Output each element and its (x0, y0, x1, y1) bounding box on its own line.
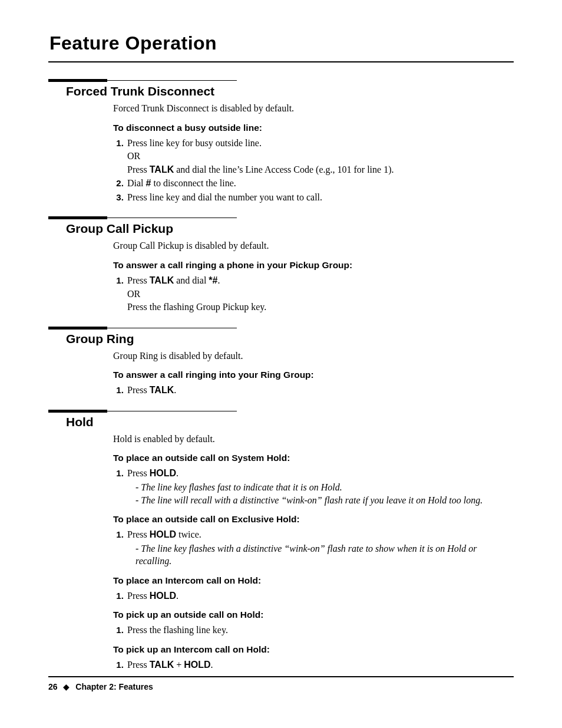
section-body: Group Ring is disabled by default.To ans… (113, 350, 514, 397)
step-item: Press HOLD.The line key flashes fast to … (126, 467, 514, 506)
section: HoldHold is enabled by default.To place … (48, 410, 514, 671)
note-item: The line key flashes fast to indicate th… (135, 481, 514, 494)
document-page: Feature Operation Forced Trunk Disconnec… (0, 0, 562, 728)
section: Forced Trunk DisconnectForced Trunk Disc… (48, 79, 514, 203)
notes-list: The line key flashes fast to indicate th… (127, 481, 514, 506)
sub-heading: To pick up an Intercom call on Hold: (113, 644, 514, 656)
title-rule (48, 61, 514, 62)
section-heading: Group Ring (66, 332, 514, 346)
sub-heading: To answer a call ringing into your Ring … (113, 369, 514, 381)
sub-heading: To place an Intercom call on Hold: (113, 575, 514, 587)
sub-heading: To pick up an outside call on Hold: (113, 609, 514, 621)
steps-list: Press the flashing line key. (113, 624, 514, 637)
sub-heading: To disconnect a busy outside line: (113, 122, 514, 134)
section-rule (48, 410, 514, 413)
sub-heading: To place an outside call on System Hold: (113, 452, 514, 465)
step-item: Press the flashing line key. (126, 624, 514, 637)
section: Group RingGroup Ring is disabled by defa… (48, 327, 514, 397)
footer-rule (48, 676, 514, 677)
steps-list: Press TALK. (113, 384, 514, 397)
page-number: 26 (48, 682, 58, 691)
step-line: Press HOLD. (127, 467, 514, 480)
step-line: Press line key and dial the number you w… (127, 191, 514, 204)
sections-container: Forced Trunk DisconnectForced Trunk Disc… (48, 79, 514, 671)
footer-text: 26 ◆ Chapter 2: Features (48, 682, 514, 691)
step-item: Press line key for busy outside line.ORP… (126, 137, 514, 176)
section-rule (48, 327, 514, 330)
sub-heading: To answer a call ringing a phone in your… (113, 259, 514, 272)
step-line: Press HOLD. (127, 589, 514, 602)
footer-diamond-icon: ◆ (63, 682, 70, 691)
section-heading: Forced Trunk Disconnect (66, 84, 514, 98)
section-body: Group Call Pickup is disabled by default… (113, 239, 514, 313)
section-intro: Forced Trunk Disconnect is disabled by d… (113, 102, 514, 115)
page-footer: 26 ◆ Chapter 2: Features (48, 676, 514, 691)
notes-list: The line key flashes with a distinctive … (127, 542, 514, 568)
step-item: Press TALK + HOLD. (126, 658, 514, 671)
section-rule (48, 79, 514, 82)
step-line: Press TALK + HOLD. (127, 658, 514, 671)
steps-list: Press line key for busy outside line.ORP… (113, 137, 514, 204)
section-body: Forced Trunk Disconnect is disabled by d… (113, 102, 514, 203)
section-intro: Hold is enabled by default. (113, 433, 514, 446)
page-title: Feature Operation (49, 32, 514, 54)
chapter-label: Chapter 2: Features (75, 682, 153, 691)
step-line: Dial # to disconnect the line. (127, 177, 514, 190)
step-line: Press TALK and dial the line’s Line Acce… (127, 163, 514, 176)
step-line: Press TALK and dial *#. (127, 274, 514, 287)
steps-list: Press HOLD twice.The line key flashes wi… (113, 528, 514, 568)
section-heading: Hold (66, 415, 514, 429)
step-line: Press the flashing line key. (127, 624, 514, 637)
note-item: The line will recall with a distinctive … (135, 494, 514, 507)
step-line: OR (127, 150, 514, 163)
steps-list: Press HOLD.The line key flashes fast to … (113, 467, 514, 506)
step-item: Press HOLD twice.The line key flashes wi… (126, 528, 514, 568)
step-line: Press the flashing Group Pickup key. (127, 301, 514, 314)
steps-list: Press HOLD. (113, 589, 514, 602)
step-item: Press TALK and dial *#.ORPress the flash… (126, 274, 514, 314)
section-intro: Group Call Pickup is disabled by default… (113, 239, 514, 252)
step-item: Dial # to disconnect the line. (126, 177, 514, 190)
note-item: The line key flashes with a distinctive … (135, 542, 514, 568)
sub-heading: To place an outside call on Exclusive Ho… (113, 513, 514, 526)
section-body: Hold is enabled by default.To place an o… (113, 433, 514, 671)
steps-list: Press TALK + HOLD. (113, 658, 514, 671)
steps-list: Press TALK and dial *#.ORPress the flash… (113, 274, 514, 314)
section-heading: Group Call Pickup (66, 222, 514, 236)
step-item: Press HOLD. (126, 589, 514, 602)
step-line: Press TALK. (127, 384, 514, 397)
section: Group Call PickupGroup Call Pickup is di… (48, 216, 514, 313)
section-rule (48, 216, 514, 219)
step-item: Press line key and dial the number you w… (126, 191, 514, 204)
step-line: Press HOLD twice. (127, 528, 514, 541)
step-item: Press TALK. (126, 384, 514, 397)
section-intro: Group Ring is disabled by default. (113, 350, 514, 363)
step-line: Press line key for busy outside line. (127, 137, 514, 150)
step-line: OR (127, 288, 514, 301)
